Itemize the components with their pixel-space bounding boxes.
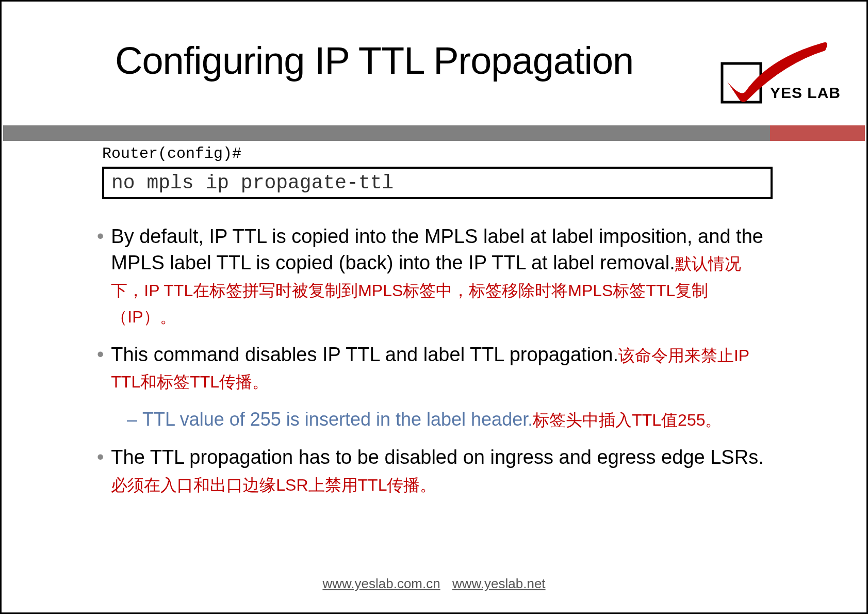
sub-bullet-item: – TTL value of 255 is inserted in the la… [127,407,767,432]
footer: www.yeslab.com.cn www.yeslab.net [2,576,866,592]
bullet-en: This command disables IP TTL and label T… [111,344,618,365]
bullet-marker-icon: • [97,223,104,329]
bullet-marker-icon: • [97,444,104,497]
sub-bullet-zh: 标签头中插入TTL值255。 [533,411,722,429]
bullet-item: • This command disables IP TTL and label… [97,342,767,395]
bullet-en: By default, IP TTL is copied into the MP… [111,225,763,273]
content-area: • By default, IP TTL is copied into the … [97,223,767,510]
bullet-text: The TTL propagation has to be disabled o… [111,444,767,497]
yeslab-logo: YES LAB [717,33,841,110]
orange-accent-bar [770,125,865,141]
bullet-text: This command disables IP TTL and label T… [111,342,767,395]
bullet-item: • The TTL propagation has to be disabled… [97,444,767,497]
sub-bullet-en: TTL value of 255 is inserted in the labe… [142,409,533,430]
bullet-en: The TTL propagation has to be disabled o… [111,446,763,468]
sub-bullet-text: TTL value of 255 is inserted in the labe… [142,407,767,432]
gray-accent-bar [3,125,770,141]
logo-text: YES LAB [770,84,841,102]
bullet-zh: 必须在入口和出口边缘LSR上禁用TTL传播。 [111,476,436,494]
bullet-marker-icon: • [97,342,104,395]
router-prompt: Router(config)# [102,145,241,163]
slide-container: Configuring IP TTL Propagation YES LAB R… [0,0,868,614]
dash-marker-icon: – [127,407,137,432]
command-box: no mpls ip propagate-ttl [102,167,773,199]
bullet-text: By default, IP TTL is copied into the MP… [111,223,767,329]
footer-link-2[interactable]: www.yeslab.net [452,576,546,591]
footer-link-1[interactable]: www.yeslab.com.cn [322,576,440,591]
bullet-item: • By default, IP TTL is copied into the … [97,223,767,329]
